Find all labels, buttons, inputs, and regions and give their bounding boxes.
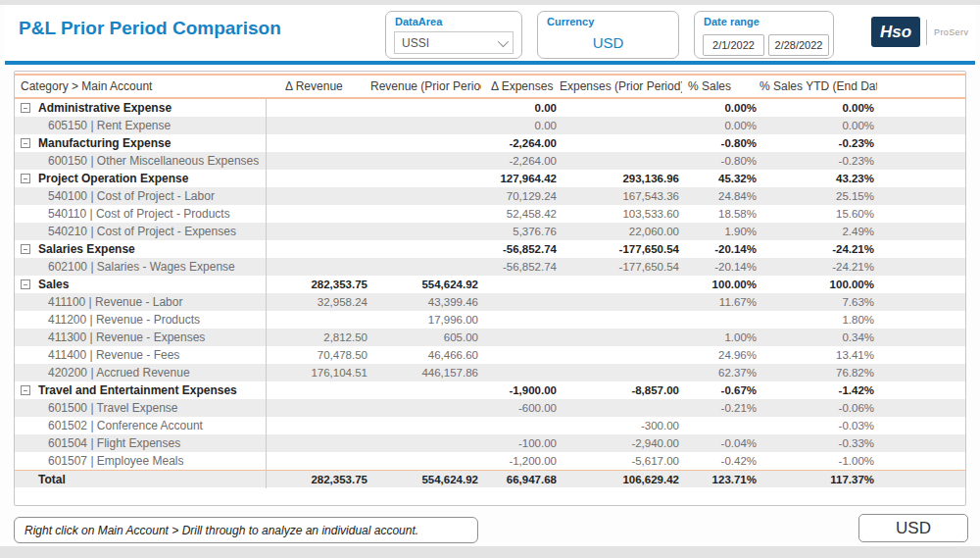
currency-toggle-button[interactable]: USD	[858, 514, 968, 542]
cell-pct-sales-ytd: -0.33%	[760, 437, 877, 449]
table-row[interactable]: Project Operation Expense127,964.42293,1…	[15, 170, 965, 187]
cell-revenue-prior: 554,624.92	[370, 279, 481, 290]
date-start-input[interactable]	[703, 34, 764, 56]
daterange-filter-card: Date range	[694, 11, 834, 59]
table-row[interactable]: 601500 | Travel Expense-600.00-0.21%-0.0…	[15, 399, 965, 417]
table-row[interactable]: Manufacturing Expense-2,264.00-0.80%-0.2…	[15, 134, 965, 152]
cell-revenue-prior: 17,996.00	[370, 314, 481, 326]
row-label-cell[interactable]: 601504 | Flight Expenses	[15, 434, 267, 452]
row-label-cell[interactable]: 411100 | Revenue - Labor	[15, 293, 267, 311]
cell-pct-sales-ytd: -24.21%	[760, 261, 877, 273]
currency-value[interactable]: USD	[538, 34, 678, 51]
row-label: 411300 | Revenue - Expenses	[48, 330, 205, 344]
row-label-cell[interactable]: 420200 | Accrued Revenue	[15, 364, 267, 381]
row-label: 420200 | Accrued Revenue	[48, 366, 190, 380]
row-label-cell[interactable]: 600150 | Other Miscellaneous Expenses	[15, 152, 267, 170]
pnl-matrix: Category > Main Account Δ Revenue Revenu…	[14, 71, 966, 506]
table-row[interactable]: 540110 | Cost of Project - Products52,45…	[15, 205, 965, 223]
row-label: 600150 | Other Miscellaneous Expenses	[48, 154, 259, 168]
cell-expenses-prior: -5,617.00	[560, 455, 682, 467]
cell-expenses-prior: -177,650.54	[560, 261, 682, 273]
cell-pct-sales: 0.00%	[682, 102, 760, 114]
cell-pct-sales: 18.58%	[682, 208, 760, 220]
row-label-cell[interactable]: 540110 | Cost of Project - Products	[15, 205, 267, 223]
table-row[interactable]: 605150 | Rent Expense0.000.00%0.00%	[15, 117, 965, 134]
table-row[interactable]: Travel and Entertainment Expenses-1,900.…	[15, 381, 965, 399]
report-page: P&L Prior Period Comparison DataArea USS…	[0, 0, 980, 558]
table-row[interactable]: 420200 | Accrued Revenue176,104.51446,15…	[15, 364, 965, 381]
row-label-cell[interactable]: 605150 | Rent Expense	[15, 117, 267, 134]
table-row[interactable]: 540210 | Cost of Project - Expenses5,376…	[15, 223, 965, 240]
hso-logo: Hso	[871, 17, 920, 47]
collapse-icon[interactable]	[21, 279, 30, 289]
cell-pct-sales-ytd: 1.80%	[760, 314, 877, 326]
cell-expenses-prior: -177,650.54	[560, 243, 682, 255]
row-label: 601504 | Flight Expenses	[48, 436, 180, 450]
cell-delta-revenue: 2,812.50	[267, 331, 370, 343]
row-label-cell[interactable]: 540210 | Cost of Project - Expenses	[15, 223, 267, 240]
row-label-cell[interactable]: Total	[15, 471, 267, 488]
cell-pct-sales-ytd: 0.00%	[760, 102, 877, 114]
row-label-cell[interactable]: 601500 | Travel Expense	[15, 399, 267, 417]
row-label-cell[interactable]: 540100 | Cost of Project - Labor	[15, 187, 267, 205]
cell-pct-sales-ytd: -1.42%	[760, 384, 877, 396]
table-row[interactable]: 411300 | Revenue - Expenses2,812.50605.0…	[15, 329, 965, 346]
table-row[interactable]: 411400 | Revenue - Fees70,478.5046,466.6…	[15, 346, 965, 364]
cell-pct-sales-ytd: -0.03%	[760, 420, 877, 431]
cell-pct-sales: -0.67%	[682, 384, 760, 396]
cell-expenses-prior: 106,629.42	[560, 474, 682, 485]
row-label-cell[interactable]: Project Operation Expense	[15, 170, 267, 187]
column-header-revenue-prior[interactable]: Revenue (Prior Period)	[370, 79, 481, 93]
table-row[interactable]: 602100 | Salaries - Wages Expense-56,852…	[15, 258, 965, 276]
cell-expenses-prior: 103,533.60	[560, 208, 682, 220]
row-label: Project Operation Expense	[38, 172, 188, 185]
row-label-cell[interactable]: Manufacturing Expense	[15, 134, 267, 152]
row-label-cell[interactable]: 601507 | Employee Meals	[15, 452, 267, 470]
column-header-pct-sales[interactable]: % Sales	[682, 79, 760, 93]
table-row[interactable]: 411200 | Revenue - Products17,996.001.80…	[15, 311, 965, 329]
column-header-delta-expenses[interactable]: Δ Expenses	[481, 79, 560, 93]
cell-delta-expenses: -600.00	[481, 402, 560, 414]
row-label-cell[interactable]: 411300 | Revenue - Expenses	[15, 329, 267, 346]
row-label: Manufacturing Expense	[38, 136, 171, 150]
row-label-cell[interactable]: Sales	[15, 276, 267, 293]
cell-pct-sales-ytd: -0.06%	[760, 402, 877, 414]
page-title: P&L Prior Period Comparison	[19, 18, 281, 39]
column-header-delta-revenue[interactable]: Δ Revenue	[267, 79, 370, 93]
column-header-expenses-prior[interactable]: Expenses (Prior Period)	[560, 79, 682, 93]
table-row[interactable]: 601502 | Conference Account-300.00-0.03%	[15, 417, 965, 434]
collapse-icon[interactable]	[21, 244, 30, 254]
row-label-cell[interactable]: 601502 | Conference Account	[15, 417, 267, 434]
cell-pct-sales-ytd: 13.41%	[760, 349, 877, 361]
cell-pct-sales-ytd: -0.23%	[760, 137, 877, 149]
collapse-icon[interactable]	[21, 174, 30, 183]
cell-delta-expenses: 5,376.76	[481, 226, 560, 237]
row-label-cell[interactable]: 602100 | Salaries - Wages Expense	[15, 258, 267, 276]
cell-revenue-prior: 605.00	[370, 331, 481, 343]
table-row[interactable]: Salaries Expense-56,852.74-177,650.54-20…	[15, 240, 965, 258]
row-label-cell[interactable]: Travel and Entertainment Expenses	[15, 381, 267, 399]
table-row[interactable]: Administrative Expense0.000.00%0.00%	[15, 99, 965, 117]
row-label-cell[interactable]: 411400 | Revenue - Fees	[15, 346, 267, 364]
row-label: 411200 | Revenue - Products	[48, 313, 200, 327]
table-row[interactable]: 601507 | Employee Meals-1,200.00-5,617.0…	[15, 452, 965, 470]
collapse-icon[interactable]	[21, 385, 30, 395]
table-row[interactable]: 540100 | Cost of Project - Labor70,129.2…	[15, 187, 965, 205]
table-row[interactable]: 411100 | Revenue - Labor32,958.2443,399.…	[15, 293, 965, 311]
table-row[interactable]: Total282,353.75554,624.9266,947.68106,62…	[15, 470, 965, 487]
dataarea-dropdown[interactable]: USSI	[394, 31, 514, 54]
cell-pct-sales-ytd: 117.37%	[760, 474, 877, 485]
column-header-category[interactable]: Category > Main Account	[15, 79, 267, 93]
column-header-pct-sales-ytd[interactable]: % Sales YTD (End Date)	[760, 79, 877, 93]
table-row[interactable]: 600150 | Other Miscellaneous Expenses-2,…	[15, 152, 965, 170]
row-label-cell[interactable]: Salaries Expense	[15, 240, 267, 258]
collapse-icon[interactable]	[21, 138, 30, 148]
row-label: 540110 | Cost of Project - Products	[48, 207, 230, 221]
table-row[interactable]: Sales282,353.75554,624.92100.00%100.00%	[15, 276, 965, 293]
cell-delta-expenses: 52,458.42	[481, 208, 560, 220]
row-label-cell[interactable]: 411200 | Revenue - Products	[15, 311, 267, 329]
collapse-icon[interactable]	[21, 103, 30, 113]
date-end-input[interactable]	[768, 34, 829, 56]
table-row[interactable]: 601504 | Flight Expenses-100.00-2,940.00…	[15, 434, 965, 452]
row-label-cell[interactable]: Administrative Expense	[15, 99, 267, 117]
